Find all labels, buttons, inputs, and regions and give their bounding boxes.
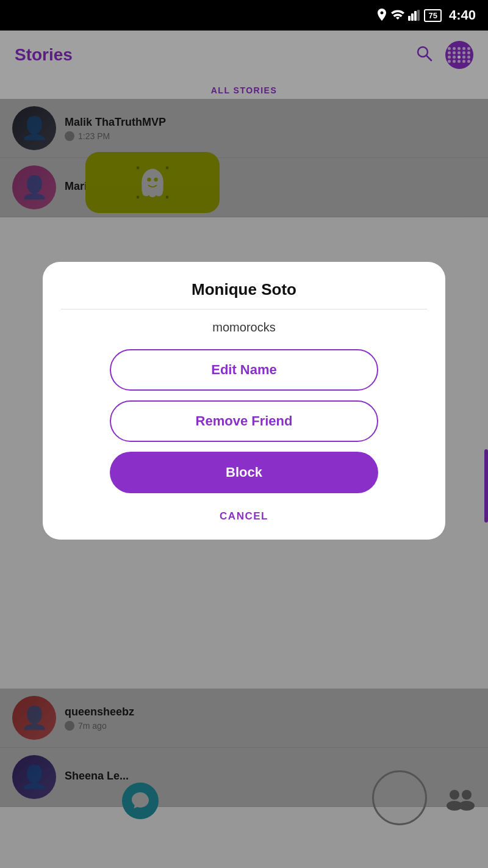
cancel-button[interactable]: CANCEL <box>207 505 281 527</box>
wifi-icon <box>391 10 404 21</box>
status-time: 4:40 <box>449 7 476 23</box>
battery-indicator: 75 <box>424 9 441 22</box>
app-background: Stories ALL STORIES <box>0 31 488 868</box>
dialog-divider <box>61 309 427 309</box>
modal-overlay: Monique Soto momorocks Edit Name Remove … <box>0 31 488 868</box>
dialog-username: momorocks <box>212 320 275 335</box>
status-icons: 75 4:40 <box>376 7 476 23</box>
location-icon <box>376 9 387 22</box>
battery-value: 75 <box>428 11 437 20</box>
svg-rect-3 <box>417 10 420 21</box>
svg-rect-0 <box>408 16 411 21</box>
remove-friend-button[interactable]: Remove Friend <box>110 400 378 442</box>
block-button[interactable]: Block <box>110 452 378 493</box>
svg-rect-2 <box>414 11 417 21</box>
user-action-dialog: Monique Soto momorocks Edit Name Remove … <box>43 262 445 540</box>
signal-icon <box>408 10 420 21</box>
dialog-title: Monique Soto <box>192 280 296 299</box>
status-bar: 75 4:40 <box>0 0 488 31</box>
edit-name-button[interactable]: Edit Name <box>110 349 378 391</box>
svg-rect-1 <box>411 13 414 21</box>
